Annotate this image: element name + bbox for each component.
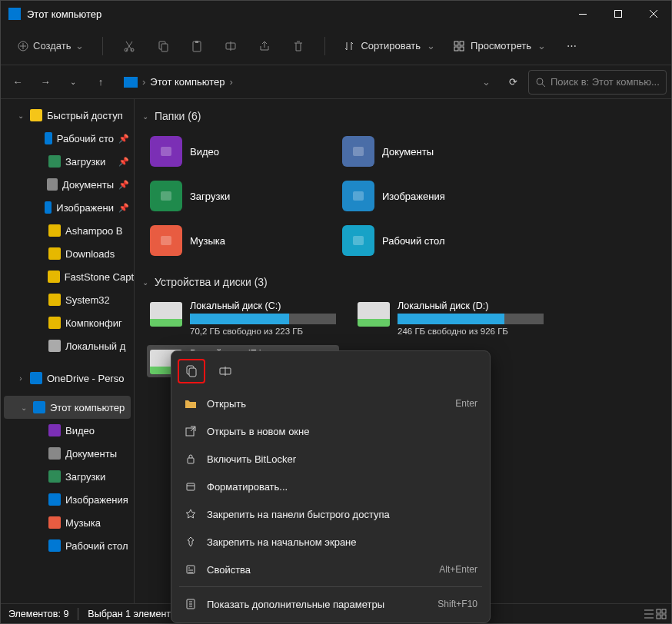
pin-icon [184, 536, 198, 547]
sidebar-item[interactable]: Рабочий сто 📌 [1, 127, 134, 150]
sidebar-item-label: Этот компьютер [50, 402, 125, 413]
context-item[interactable]: Свойства Alt+Enter [176, 556, 485, 583]
paste-button[interactable] [181, 32, 212, 60]
sidebar-this-pc[interactable]: ⌄ Этот компьютер [4, 396, 131, 419]
details-view-button[interactable] [644, 609, 654, 619]
svg-rect-12 [454, 47, 458, 51]
rename-button[interactable] [215, 32, 246, 60]
paste-icon [191, 40, 203, 52]
sidebar-item-label: Локальный д [65, 340, 125, 352]
sidebar-item[interactable]: Компконфиг [1, 311, 134, 334]
sidebar-item[interactable]: Музыка [1, 511, 134, 534]
copy-button[interactable] [148, 32, 178, 60]
context-label: Открыть в новом окне [207, 426, 309, 437]
context-item[interactable]: Форматировать... [176, 473, 485, 500]
sidebar-item[interactable]: Загрузки [1, 465, 134, 488]
new-window-icon [184, 426, 198, 436]
sidebar-item[interactable]: Изображения [1, 488, 134, 511]
context-item[interactable]: Закрепить на начальном экране [176, 528, 485, 556]
drive-free-text: 246 ГБ свободно из 926 ГБ [398, 327, 544, 336]
sidebar-item[interactable]: FastStone Capt [1, 265, 134, 288]
sidebar-item[interactable]: Локальный д [1, 334, 134, 357]
svg-rect-15 [161, 147, 171, 156]
drives-header[interactable]: ⌄Устройства и диски (3) [142, 271, 664, 293]
icons-view-button[interactable] [656, 609, 667, 619]
view-button[interactable]: Просмотреть ⌄ [446, 35, 554, 56]
context-item[interactable]: Открыть в новом окне [176, 417, 485, 445]
drive-title: Локальный диск (D:) [398, 300, 544, 311]
back-button[interactable]: ← [5, 70, 30, 95]
context-rename-button[interactable] [211, 359, 239, 383]
folder-item[interactable]: Музыка [147, 221, 331, 261]
delete-button[interactable] [283, 32, 314, 60]
recent-button[interactable]: ⌄ [61, 70, 85, 95]
svg-rect-17 [161, 191, 171, 201]
context-more-options[interactable]: Показать дополнительные параметры Shift+… [176, 590, 485, 618]
folder-icon [150, 181, 182, 211]
folders-header[interactable]: ⌄Папки (6) [142, 105, 664, 127]
folder-icon [45, 132, 52, 144]
svg-point-4 [131, 48, 134, 51]
sidebar-item[interactable]: Downloads [1, 242, 134, 265]
breadcrumb[interactable]: Этот компьютер [150, 76, 225, 88]
address-bar[interactable]: › Этот компьютер › ⌄ ⟳ [119, 70, 522, 95]
context-item[interactable]: Включить BitLocker [176, 445, 485, 473]
sidebar-item[interactable]: Загрузки 📌 [1, 150, 134, 173]
sidebar-item[interactable]: Ashampoo В [1, 219, 134, 242]
sort-button[interactable]: Сортировать ⌄ [336, 35, 443, 56]
sidebar-onedrive[interactable]: › OneDrive - Perso [1, 367, 134, 390]
svg-point-3 [125, 48, 128, 51]
search-input[interactable]: Поиск в: Этот компью... [528, 70, 667, 95]
folder-icon [48, 317, 61, 329]
copy-icon [157, 40, 169, 52]
folder-item[interactable]: Документы [339, 131, 524, 171]
sidebar-item[interactable]: Рабочий стол [1, 534, 134, 557]
drive-icon [150, 302, 182, 327]
view-icon [454, 41, 464, 51]
drive-title: Локальный диск (C:) [190, 300, 336, 311]
folder-icon [342, 225, 374, 256]
close-button[interactable] [636, 1, 671, 27]
folder-icon [30, 372, 42, 384]
svg-rect-26 [189, 368, 196, 377]
context-copy-button[interactable] [178, 359, 205, 383]
folder-item[interactable]: Видео [147, 131, 331, 171]
sidebar-item[interactable]: System32 [1, 288, 134, 311]
forward-button[interactable]: → [33, 70, 58, 95]
context-shortcut: Enter [455, 398, 477, 409]
sidebar-item[interactable]: Документы [1, 442, 134, 465]
sidebar-item[interactable]: Изображени 📌 [1, 196, 134, 219]
svg-rect-20 [353, 236, 364, 245]
folder-item[interactable]: Изображения [339, 176, 524, 216]
new-button[interactable]: Создать ⌄ [10, 35, 91, 56]
maximize-button[interactable] [600, 1, 636, 27]
sidebar: ⌄ Быстрый доступ Рабочий сто 📌 Загрузки … [1, 99, 135, 603]
drive-icon [358, 302, 390, 327]
chevron-down-icon: ⌄ [537, 40, 546, 51]
more-button[interactable]: ⋯ [557, 32, 587, 60]
drive-item[interactable]: Локальный диск (D:) 246 ГБ свободно из 9… [354, 297, 547, 339]
up-button[interactable]: ↑ [88, 70, 113, 95]
search-icon [535, 77, 546, 88]
refresh-icon[interactable]: ⟳ [509, 76, 517, 88]
sidebar-item-label: Компконфиг [65, 317, 122, 329]
drive-item[interactable]: Локальный диск (C:) 70,2 ГБ свободно из … [147, 297, 339, 339]
sidebar-item-label: Музыка [65, 517, 101, 529]
share-button[interactable] [249, 32, 280, 60]
cut-button[interactable] [114, 32, 145, 60]
folder-item[interactable]: Рабочий стол [339, 221, 524, 261]
sidebar-item[interactable]: Видео [1, 419, 134, 442]
sidebar-item-label: FastStone Capt [65, 271, 134, 283]
svg-rect-18 [353, 191, 364, 201]
rename-icon [218, 364, 232, 378]
minimize-button[interactable] [565, 1, 600, 27]
sidebar-item[interactable]: Документы 📌 [1, 173, 134, 196]
sidebar-quick-access[interactable]: ⌄ Быстрый доступ [1, 104, 134, 127]
context-item[interactable]: Открыть Enter [176, 390, 485, 417]
chevron-down-icon[interactable]: ⌄ [482, 76, 491, 88]
context-item[interactable]: Закрепить на панели быстрого доступа [176, 500, 485, 528]
svg-point-14 [537, 78, 543, 85]
folder-item[interactable]: Загрузки [147, 176, 331, 216]
sidebar-item-label: Рабочий сто [57, 133, 114, 144]
context-menu: Открыть Enter Открыть в новом окне Включ… [171, 350, 491, 623]
